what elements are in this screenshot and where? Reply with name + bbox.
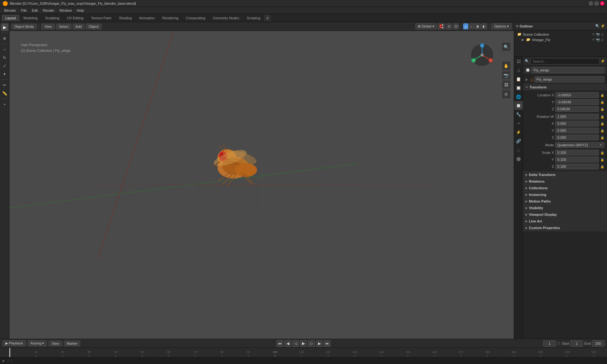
scale-x-value[interactable]: 0.100 — [555, 150, 599, 155]
constraints-tab[interactable]: 🔗 — [514, 136, 523, 145]
move-tool-button[interactable]: ↔ — [1, 46, 9, 53]
custom-properties-header[interactable]: ▶ Custom Properties — [523, 225, 607, 231]
rotation-z-value[interactable]: 0.000 — [555, 135, 599, 140]
zoom-in-button[interactable]: 🔍 — [502, 42, 511, 51]
viewport-canvas[interactable]: User Perspective (1) Scene Collection | … — [9, 31, 514, 339]
outliner-render-icon[interactable]: 🖨 — [601, 33, 604, 36]
object-data-name-input[interactable] — [534, 76, 604, 82]
vinegar-fly-item[interactable]: ▶ 📁 Vinegar_Fly 👁 📷 🖨 — [516, 37, 605, 42]
solid-button[interactable]: ○ — [469, 23, 474, 29]
options-button[interactable]: Options ▾ — [491, 23, 512, 29]
snap-button[interactable]: 🧲 — [438, 23, 445, 29]
properties-search-input[interactable] — [530, 58, 599, 64]
tab-sculpting[interactable]: Sculpting — [42, 15, 63, 21]
jump-to-end-button[interactable]: ⏭ — [324, 340, 331, 347]
rotation-mode-select[interactable]: Quaternion (WXYZ) ▼ — [555, 142, 604, 148]
playback-button[interactable]: ▶ Playback — [3, 340, 26, 346]
rotate-tool-button[interactable]: ↻ — [1, 54, 9, 61]
rotation-w-value[interactable]: 1.000 — [555, 114, 599, 119]
zoom-to-fit-button[interactable]: ✋ — [502, 61, 511, 70]
transform-section-header[interactable]: ▼ Transform — [523, 84, 607, 90]
scale-tool-button[interactable]: ⤢ — [1, 62, 9, 70]
step-forward-button[interactable]: ▶ — [316, 340, 323, 347]
collections-header[interactable]: ▶ Collections — [523, 185, 607, 191]
wireframe-button[interactable]: ● — [463, 23, 469, 29]
location-y-lock[interactable]: 🔒 — [600, 100, 604, 104]
world-tab[interactable]: 🌐 — [514, 92, 523, 101]
view-layer-tab[interactable]: 📋 — [514, 75, 523, 83]
step-back-button[interactable]: ◀ — [284, 340, 291, 347]
menu-render[interactable]: Render — [41, 8, 57, 13]
render-properties-tab[interactable]: 🖼 — [514, 57, 523, 66]
scene-tab[interactable]: 🔲 — [514, 83, 523, 92]
rendered-button[interactable]: ◐ — [481, 23, 487, 29]
outliner-eye-icon[interactable]: 👁 — [592, 33, 595, 36]
line-art-header[interactable]: ▶ Line Art — [523, 218, 607, 224]
transform-pivot-button[interactable]: ⊡ — [453, 23, 459, 29]
material-tab[interactable]: ⬤ — [514, 154, 523, 163]
output-properties-tab[interactable]: 🖨 — [514, 66, 523, 75]
add-workspace-button[interactable]: + — [264, 15, 271, 21]
rotation-w-lock[interactable]: 🔒 — [600, 115, 604, 118]
add-object-button[interactable]: + — [1, 100, 9, 108]
rotation-y-lock[interactable]: 🔒 — [600, 129, 604, 132]
measure-tool-button[interactable]: 📏 — [1, 89, 9, 97]
properties-filter-icon[interactable]: ⚡ — [601, 59, 605, 63]
close-button[interactable]: ✕ — [600, 1, 604, 6]
tab-texture-paint[interactable]: Texture Paint — [88, 15, 115, 21]
step-forward-frame-button[interactable]: ▷ — [308, 340, 315, 347]
menu-help[interactable]: Help — [75, 8, 86, 13]
navigation-gizmo[interactable]: Z X Y — [469, 42, 495, 68]
tab-scripting[interactable]: Scripting — [243, 15, 264, 21]
menu-blender[interactable]: Blender — [2, 8, 18, 13]
menu-window[interactable]: Window — [57, 8, 74, 13]
proportional-edit-button[interactable]: ⊙ — [446, 23, 452, 29]
tab-geometry-nodes[interactable]: Geometry Nodes — [209, 15, 242, 21]
menu-edit[interactable]: Edit — [30, 8, 40, 13]
particles-tab[interactable]: ✳ — [514, 119, 523, 128]
transform-tool-button[interactable]: ✦ — [1, 70, 9, 78]
viewport-display-header[interactable]: ▶ Viewport Display — [523, 211, 607, 218]
viewport-settings-button[interactable]: ⚙ — [502, 90, 511, 99]
scene-collection-item[interactable]: 📁 Scene Collection 👁 📷 🖨 — [516, 32, 605, 37]
keying-button[interactable]: Keying ▾ — [28, 340, 47, 346]
material-preview-button[interactable]: ◑ — [474, 23, 481, 29]
location-x-value[interactable]: -0.00053 — [555, 92, 599, 98]
maximize-button[interactable]: □ — [594, 1, 599, 6]
scale-y-lock[interactable]: 🔒 — [600, 158, 604, 161]
location-z-value[interactable]: 0.04539 — [555, 106, 599, 112]
object-data-tab[interactable]: △ — [514, 145, 523, 154]
menu-file[interactable]: File — [19, 8, 29, 13]
start-frame-input[interactable] — [570, 340, 583, 347]
physics-tab[interactable]: ⚡ — [514, 128, 523, 136]
outliner-camera-icon[interactable]: 📷 — [596, 33, 600, 36]
scale-z-lock[interactable]: 🔒 — [600, 165, 604, 168]
current-frame-input[interactable] — [543, 340, 556, 347]
object-properties-tab[interactable]: 🔲 — [514, 101, 523, 110]
outliner-filter-icon[interactable]: ⚡ — [601, 24, 605, 28]
tab-layout[interactable]: Layout — [2, 15, 19, 21]
modifier-tab[interactable]: 🔧 — [514, 110, 523, 119]
view-menu-button[interactable]: View — [41, 24, 55, 29]
tab-modeling[interactable]: Modeling — [20, 15, 41, 21]
vf-render-icon[interactable]: 🖨 — [601, 38, 604, 41]
rotation-x-value[interactable]: 0.000 — [555, 121, 599, 126]
vf-camera-icon[interactable]: 📷 — [596, 38, 600, 41]
location-x-lock[interactable]: 🔒 — [600, 94, 604, 97]
object-mode-button[interactable]: Object Mode — [11, 24, 37, 29]
play-button[interactable]: ▶ — [300, 340, 307, 347]
timeline-view-button[interactable]: View — [49, 341, 62, 346]
timeline-ruler[interactable]: 1 10 20 30 40 50 60 — [0, 348, 607, 357]
select-tool-button[interactable]: ▶ — [1, 23, 9, 31]
tab-uv-editing[interactable]: UV Editing — [64, 15, 87, 21]
global-transform-button[interactable]: ⊞ Global ▾ — [415, 23, 437, 29]
tab-rendering[interactable]: Rendering — [159, 15, 182, 21]
rotation-z-lock[interactable]: 🔒 — [600, 136, 604, 139]
tab-compositing[interactable]: Compositing — [182, 15, 209, 21]
object-menu-button[interactable]: Object — [86, 24, 101, 29]
end-frame-input[interactable] — [592, 340, 604, 347]
relations-header[interactable]: ▶ Relations — [523, 178, 607, 185]
scale-x-lock[interactable]: 🔒 — [600, 151, 604, 155]
marker-button[interactable]: Marker — [64, 341, 80, 346]
motion-paths-header[interactable]: ▶ Motion Paths — [523, 198, 607, 204]
